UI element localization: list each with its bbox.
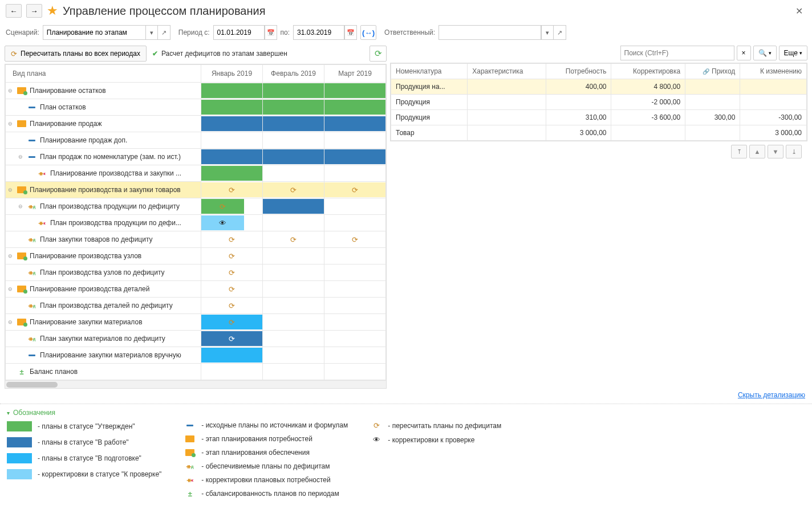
grid-nav-last-button[interactable]: ⤓ bbox=[786, 145, 802, 158]
search-button[interactable]: 🔍 ▾ bbox=[753, 46, 777, 60]
plan-bar-cell[interactable] bbox=[324, 281, 386, 298]
nav-forward-button[interactable]: → bbox=[26, 4, 42, 18]
favorite-star-icon[interactable]: ★ bbox=[47, 3, 58, 18]
plan-bar-cell[interactable]: ⟳ bbox=[201, 281, 263, 298]
plan-bar-cell[interactable] bbox=[324, 132, 386, 149]
close-button[interactable]: ✕ bbox=[792, 5, 806, 18]
responsible-open-button[interactable]: ↗ bbox=[554, 25, 566, 40]
hide-detail-link[interactable]: Скрыть детализацию bbox=[0, 389, 812, 401]
plan-bar-cell[interactable] bbox=[324, 215, 386, 231]
plan-bar-cell[interactable] bbox=[263, 165, 324, 182]
plan-bar-cell[interactable]: ⟳ bbox=[201, 298, 263, 314]
plan-bar-cell[interactable] bbox=[324, 149, 386, 165]
plan-bar-cell[interactable] bbox=[263, 149, 324, 165]
refresh-button[interactable]: ⟳ bbox=[370, 46, 387, 62]
expand-icon[interactable]: ⊖ bbox=[8, 319, 14, 325]
plan-bar-cell[interactable] bbox=[263, 331, 324, 347]
tree-row[interactable]: ±Баланс планов bbox=[6, 364, 386, 380]
plan-bar-cell[interactable]: 👁 bbox=[201, 215, 263, 231]
plan-bar-cell[interactable] bbox=[324, 99, 386, 116]
expand-icon[interactable]: ⊖ bbox=[18, 203, 24, 209]
expand-icon[interactable]: ⊖ bbox=[18, 154, 24, 160]
plan-bar-cell[interactable] bbox=[201, 83, 263, 99]
grid-row[interactable]: Товар3 000,003 000,00 bbox=[391, 125, 807, 141]
grid-nav-first-button[interactable]: ⤒ bbox=[731, 145, 747, 158]
legend-header[interactable]: ▾ Обозначения bbox=[7, 409, 805, 417]
plan-bar-cell[interactable] bbox=[201, 132, 263, 149]
plan-bar-cell[interactable] bbox=[263, 83, 324, 99]
plan-bar-cell[interactable] bbox=[201, 99, 263, 116]
plan-bar-cell[interactable] bbox=[263, 347, 324, 364]
expand-icon[interactable]: ⊖ bbox=[8, 187, 14, 193]
tree-row[interactable]: ⊖ᚑдПлан производства продукции по дефици… bbox=[6, 198, 386, 215]
expand-icon[interactable]: ⊖ bbox=[8, 253, 14, 259]
horizontal-scrollbar[interactable] bbox=[5, 380, 386, 388]
plan-bar-cell[interactable] bbox=[324, 198, 386, 215]
clear-search-button[interactable]: × bbox=[737, 46, 751, 60]
plan-bar-cell[interactable]: ⟳ bbox=[201, 264, 263, 281]
plan-bar-cell[interactable] bbox=[263, 248, 324, 264]
recalc-all-periods-button[interactable]: ⟳ Пересчитать планы во всех периодах bbox=[5, 46, 147, 62]
plan-bar-cell[interactable] bbox=[263, 198, 324, 215]
plan-bar-cell[interactable] bbox=[263, 99, 324, 116]
tree-row[interactable]: ⊖План продаж по номенклатуре (зам. по ис… bbox=[6, 149, 386, 165]
grid-row[interactable]: Продукция на...400,004 800,00 bbox=[391, 79, 807, 95]
tree-row[interactable]: ᚑдПлан закупки товаров по дефициту⟳⟳⟳ bbox=[6, 231, 386, 248]
expand-icon[interactable]: ⊖ bbox=[8, 286, 14, 292]
plan-bar-cell[interactable] bbox=[201, 149, 263, 165]
tree-row[interactable]: ⊖Планирование производства деталей⟳ bbox=[6, 281, 386, 298]
expand-icon[interactable]: ⊖ bbox=[8, 121, 14, 127]
period-to-input[interactable] bbox=[293, 25, 344, 40]
plan-bar-cell[interactable] bbox=[263, 314, 324, 331]
tree-row[interactable]: ⊖Планирование производства и закупки тов… bbox=[6, 182, 386, 198]
plan-bar-cell[interactable]: ⟳ bbox=[263, 231, 324, 248]
plan-bar-cell[interactable] bbox=[263, 364, 324, 380]
plan-bar-cell[interactable] bbox=[324, 298, 386, 314]
plan-bar-cell[interactable] bbox=[324, 248, 386, 264]
plan-bar-cell[interactable] bbox=[324, 347, 386, 364]
scenario-dropdown-button[interactable]: ▾ bbox=[145, 25, 158, 40]
plan-bar-cell[interactable] bbox=[201, 364, 263, 380]
tree-row[interactable]: ᚑдПлан производства узлов по дефициту⟳ bbox=[6, 264, 386, 281]
plan-bar-cell[interactable] bbox=[263, 281, 324, 298]
grid-nav-down-button[interactable]: ▼ bbox=[768, 145, 783, 158]
grid-nav-up-button[interactable]: ▲ bbox=[749, 145, 765, 158]
period-from-input[interactable] bbox=[213, 25, 265, 40]
plan-bar-cell[interactable]: ⟳ bbox=[201, 248, 263, 264]
tree-row[interactable]: ᚑдПлан производства деталей по дефициту⟳ bbox=[6, 298, 386, 314]
plan-bar-cell[interactable] bbox=[263, 298, 324, 314]
responsible-dropdown-button[interactable]: ▾ bbox=[541, 25, 554, 40]
grid-row[interactable]: Продукция310,00-3 600,00300,00-300,00 bbox=[391, 110, 807, 125]
grid-header[interactable]: 🔗Приход bbox=[685, 64, 740, 79]
plan-bar-cell[interactable] bbox=[263, 264, 324, 281]
tree-row[interactable]: ᚑкПлан производства продукции по дефи...… bbox=[6, 215, 386, 231]
tree-row[interactable]: ⊖Планирование производства узлов⟳ bbox=[6, 248, 386, 264]
period-to-calendar-button[interactable]: 📅 bbox=[344, 25, 357, 40]
plan-bar-cell[interactable]: ⟳ bbox=[201, 231, 263, 248]
plan-bar-cell[interactable] bbox=[324, 165, 386, 182]
tree-row[interactable]: ⊖Планирование остатков bbox=[6, 83, 386, 99]
plan-bar-cell[interactable] bbox=[263, 215, 324, 231]
more-button[interactable]: Еще ▾ bbox=[779, 46, 807, 60]
tree-row[interactable]: Планирование продаж доп. bbox=[6, 132, 386, 149]
tree-row[interactable]: ᚑкПланирование производства и закупки ..… bbox=[6, 165, 386, 182]
grid-header[interactable]: Характеристика bbox=[468, 64, 546, 79]
grid-header[interactable]: Корректировка bbox=[611, 64, 685, 79]
grid-header[interactable]: Номенклатура bbox=[391, 64, 468, 79]
plan-bar-cell[interactable]: ⟳ bbox=[201, 182, 263, 198]
plan-bar-cell[interactable] bbox=[324, 364, 386, 380]
plan-bar-cell[interactable] bbox=[324, 83, 386, 99]
expand-icon[interactable]: ⊖ bbox=[8, 88, 14, 93]
plan-bar-cell[interactable]: ⟳ bbox=[201, 198, 263, 215]
period-from-calendar-button[interactable]: 📅 bbox=[265, 25, 277, 40]
responsible-input[interactable] bbox=[439, 25, 541, 40]
tree-row[interactable]: ⊖Планирование закупки материалов⟳ bbox=[6, 314, 386, 331]
plan-bar-cell[interactable] bbox=[201, 116, 263, 132]
plan-bar-cell[interactable]: ⟳ bbox=[324, 231, 386, 248]
grid-header[interactable]: К изменению bbox=[740, 64, 807, 79]
tree-row[interactable]: ᚑдПлан закупки материалов по дефициту⟳ bbox=[6, 331, 386, 347]
scenario-input[interactable] bbox=[43, 25, 145, 40]
plan-bar-cell[interactable] bbox=[201, 165, 263, 182]
plan-bar-cell[interactable] bbox=[263, 116, 324, 132]
scenario-open-button[interactable]: ↗ bbox=[158, 25, 170, 40]
